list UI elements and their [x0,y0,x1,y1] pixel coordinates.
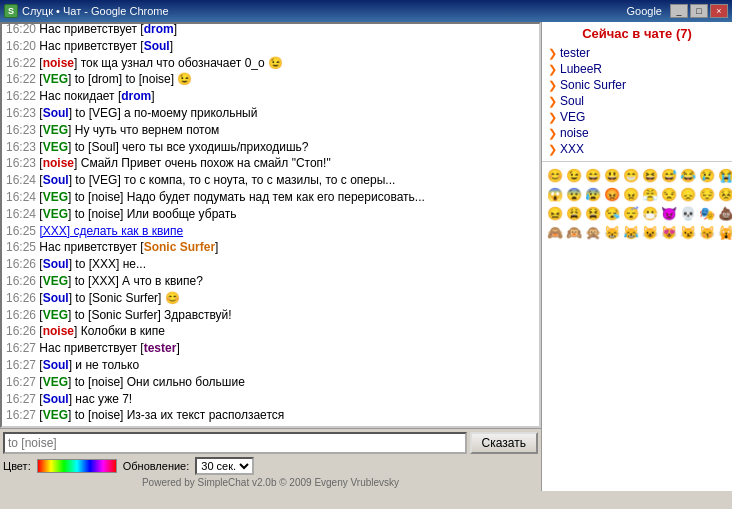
chat-message: 16:26 [VEG] to [XXX] А что в квипе? [6,273,535,290]
emoji-item[interactable]: 🙊 [584,223,602,241]
input-row: Сказать [3,432,538,454]
emoji-item[interactable]: 😅 [660,166,678,184]
emoji-panel: 😊😉😄😃😁😆😅😂😢😭😱😨😰😡😠😤😒😞😔😣😖😩😫😪😴😷👿💀🎭💩🙈🙉🙊😸😹😺😻😼😽🙀 [542,162,732,491]
emoji-item[interactable]: 💩 [717,204,732,222]
chat-message: 16:23 [noise] Смайл Привет очень похож н… [6,155,535,172]
emoji-item[interactable]: 🙉 [565,223,583,241]
emoji-item[interactable]: 😺 [641,223,659,241]
emoji-item[interactable]: 😊 [546,166,564,184]
emoji-item[interactable]: 😡 [603,185,621,203]
user-name: VEG [560,110,585,124]
color-picker[interactable] [37,459,117,473]
maximize-button[interactable]: □ [690,4,708,18]
chat-message: 16:26 [noise] Колобки в кипе [6,323,535,340]
emoji-item[interactable]: 😠 [622,185,640,203]
minimize-button[interactable]: _ [670,4,688,18]
emoji-item[interactable]: 😻 [660,223,678,241]
user-item[interactable]: ❯LubeeR [546,61,728,77]
user-name: Soul [560,94,584,108]
user-name: Sonic Surfer [560,78,626,92]
emoji-item[interactable]: 😫 [584,204,602,222]
update-select[interactable]: 30 сек. 10 сек. 60 сек. [195,457,254,475]
emoji-item[interactable]: 😱 [546,185,564,203]
emoji-grid: 😊😉😄😃😁😆😅😂😢😭😱😨😰😡😠😤😒😞😔😣😖😩😫😪😴😷👿💀🎭💩🙈🙉🙊😸😹😺😻😼😽🙀 [546,166,728,241]
users-title: Сейчас в чате (7) [546,26,728,41]
chat-message: 16:27 [Soul] и не только [6,357,535,374]
emoji-item[interactable]: 😣 [717,185,732,203]
user-item[interactable]: ❯XXX [546,141,728,157]
user-arrow-icon: ❯ [548,127,557,140]
emoji-item[interactable]: 😄 [584,166,602,184]
input-area: Сказать Цвет: Обновление: 30 сек. 10 сек… [0,428,541,491]
emoji-item[interactable]: 😉 [565,166,583,184]
emoji-item[interactable]: 😷 [641,204,659,222]
chat-message: 16:26 [Soul] to [Sonic Surfer] 😊 [6,290,535,307]
emoji-item[interactable]: 🙈 [546,223,564,241]
emoji-item[interactable]: 😰 [584,185,602,203]
chat-message: 16:25 [XXX] сделать как в квипе [6,223,535,240]
chat-message: 16:24 [Soul] to [VEG] то с компа, то с н… [6,172,535,189]
emoji-item[interactable]: 😹 [622,223,640,241]
user-arrow-icon: ❯ [548,79,557,92]
emoji-item[interactable]: 😁 [622,166,640,184]
emoji-item[interactable]: 😽 [698,223,716,241]
chat-log[interactable]: 16:20 Нас приветствует [drom]16:20 Нас п… [0,22,541,428]
emoji-item[interactable]: 😨 [565,185,583,203]
emoji-item[interactable]: 😤 [641,185,659,203]
emoji-item[interactable]: 😒 [660,185,678,203]
emoji-item[interactable]: 😢 [698,166,716,184]
title-bar: S Слуцк • Чат - Google Chrome Google _ □… [0,0,732,22]
user-item[interactable]: ❯Sonic Surfer [546,77,728,93]
chat-message: 16:22 Нас покидает [drom] [6,88,535,105]
user-item[interactable]: ❯noise [546,125,728,141]
emoji-item[interactable]: 😸 [603,223,621,241]
emoji-item[interactable]: 🙀 [717,223,732,241]
title-bar-text: Слуцк • Чат - Google Chrome [22,5,169,17]
close-button[interactable]: × [710,4,728,18]
title-bar-left: S Слуцк • Чат - Google Chrome [4,4,169,18]
title-bar-right: Google _ □ × [627,4,728,18]
bottom-row: Цвет: Обновление: 30 сек. 10 сек. 60 сек… [3,457,538,475]
emoji-item[interactable]: 😆 [641,166,659,184]
app-icon: S [4,4,18,18]
emoji-item[interactable]: 😃 [603,166,621,184]
emoji-item[interactable]: 😞 [679,185,697,203]
send-button[interactable]: Сказать [470,432,538,454]
emoji-item[interactable]: 😼 [679,223,697,241]
chat-message: 16:23 [VEG] to [Soul] чего ты все уходиш… [6,139,535,156]
user-arrow-icon: ❯ [548,63,557,76]
user-name: noise [560,126,589,140]
right-panel: Сейчас в чате (7) ❯tester❯LubeeR❯Sonic S… [542,22,732,491]
emoji-item[interactable]: 😴 [622,204,640,222]
emoji-item[interactable]: 🎭 [698,204,716,222]
chat-input[interactable] [3,432,467,454]
chat-message: 16:23 [Soul] to [VEG] а по-моему приколь… [6,105,535,122]
update-label: Обновление: [123,460,190,472]
emoji-item[interactable]: 💀 [679,204,697,222]
emoji-item[interactable]: 😔 [698,185,716,203]
chat-message: 16:23 [VEG] Ну чуть что вернем потом [6,122,535,139]
emoji-item[interactable]: 😩 [565,204,583,222]
chat-message: 16:27 [VEG] to [noise] Они сильно больши… [6,374,535,391]
user-arrow-icon: ❯ [548,143,557,156]
chat-area: 16:20 Нас приветствует [drom]16:20 Нас п… [0,22,542,491]
user-arrow-icon: ❯ [548,95,557,108]
emoji-item[interactable]: 😂 [679,166,697,184]
color-label: Цвет: [3,460,31,472]
emoji-item[interactable]: 😖 [546,204,564,222]
chat-message: 16:27 [Soul] нас уже 7! [6,391,535,408]
google-label: Google [627,5,662,17]
chat-message: 16:22 [noise] ток ща узнал что обозначае… [6,55,535,72]
user-item[interactable]: ❯VEG [546,109,728,125]
emoji-item[interactable]: 😭 [717,166,732,184]
user-name: LubeeR [560,62,602,76]
chat-message: 16:27 [VEG] to [noise] Из-за их текст ра… [6,407,535,424]
user-item[interactable]: ❯tester [546,45,728,61]
chat-message: 16:24 [VEG] to [noise] Или вообще убрать [6,206,535,223]
emoji-item[interactable]: 👿 [660,204,678,222]
user-item[interactable]: ❯Soul [546,93,728,109]
user-arrow-icon: ❯ [548,47,557,60]
chat-message: 16:24 [VEG] to [noise] Надо будет подума… [6,189,535,206]
emoji-item[interactable]: 😪 [603,204,621,222]
main-layout: 16:20 Нас приветствует [drom]16:20 Нас п… [0,22,732,491]
